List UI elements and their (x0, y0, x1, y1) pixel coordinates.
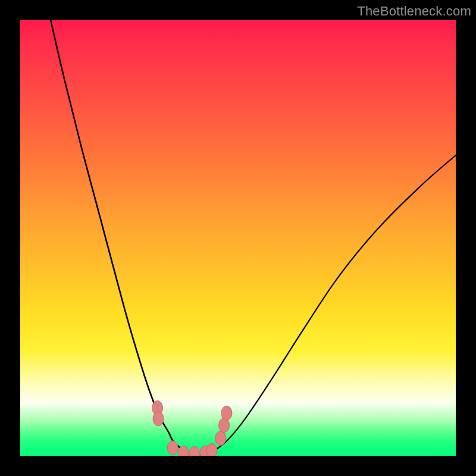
left-curve (51, 20, 203, 456)
valley-marker (215, 431, 226, 446)
watermark-text: TheBottleneck.com (357, 4, 471, 19)
valley-marker (167, 441, 178, 455)
plot-area (20, 20, 456, 456)
valley-marker (206, 443, 217, 456)
valley-marker (189, 446, 200, 456)
valley-markers-group (152, 400, 232, 456)
valley-marker (221, 406, 232, 420)
curve-layer (20, 20, 456, 456)
valley-marker (153, 412, 164, 426)
right-curve (203, 155, 456, 456)
chart-frame: TheBottleneck.com (0, 0, 476, 476)
